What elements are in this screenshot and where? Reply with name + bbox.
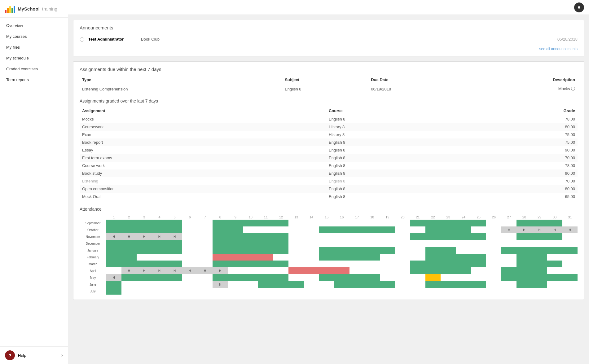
att-cell: [334, 288, 349, 295]
att-cell: [501, 261, 516, 267]
graded-grade: 80.00: [468, 123, 578, 131]
table-row: CourseworkHistory 880.00: [80, 123, 578, 131]
due-description-link[interactable]: Mocks ⓘ: [469, 84, 578, 94]
col-description: Description: [469, 76, 578, 84]
att-cell: [273, 267, 288, 274]
att-cell: [137, 240, 152, 247]
att-cell: [288, 247, 304, 254]
col-course: Course: [326, 107, 468, 115]
att-cell: [380, 233, 395, 240]
att-cell: [106, 226, 121, 233]
att-month-row: NovemberHHHHH: [80, 233, 578, 240]
att-cell: [258, 220, 273, 226]
graded-assignment-link[interactable]: Course work: [80, 162, 326, 169]
att-cell: [228, 267, 243, 274]
att-cell: [121, 281, 137, 288]
att-cell: [243, 254, 258, 261]
att-cell: [441, 240, 456, 247]
sidebar-item-my-files[interactable]: My files: [0, 42, 68, 53]
att-day-header: 22: [425, 215, 441, 220]
sidebar-item-my-courses[interactable]: My courses: [0, 31, 68, 42]
att-cell: [137, 254, 152, 261]
see-all-announcements-link[interactable]: see all announcements: [80, 44, 578, 51]
sidebar: MySchool training Overview My courses My…: [0, 0, 68, 364]
att-cell: [106, 240, 121, 247]
att-cell: [213, 240, 228, 247]
sidebar-item-graded-exercises[interactable]: Graded exercises: [0, 64, 68, 74]
att-cell: [243, 281, 258, 288]
att-cell: [410, 233, 425, 240]
att-cell: [349, 261, 365, 267]
sidebar-item-term-reports[interactable]: Term reports: [0, 74, 68, 85]
att-cell: [547, 274, 562, 281]
graded-assignment-link[interactable]: Mocks: [80, 115, 326, 123]
att-cell: [319, 261, 334, 267]
sidebar-item-my-schedule[interactable]: My schedule: [0, 53, 68, 64]
att-cell: [228, 261, 243, 267]
att-cell: [106, 281, 121, 288]
att-cell: [243, 233, 258, 240]
assignments-graded-title: Assignments graded over the last 7 days: [80, 99, 578, 103]
att-cell: [501, 220, 516, 226]
att-cell: H: [197, 267, 213, 274]
att-cell: [516, 274, 532, 281]
att-cell: [395, 247, 410, 254]
graded-assignment-link[interactable]: Book study: [80, 169, 326, 177]
graded-assignment-link[interactable]: Coursework: [80, 123, 326, 131]
graded-grade: 90.00: [468, 169, 578, 177]
att-cell: [547, 254, 562, 261]
table-row: Open compositionEnglish 880.00: [80, 185, 578, 193]
att-cell: [258, 240, 273, 247]
graded-assignment-link[interactable]: Essay: [80, 146, 326, 154]
att-cell: [137, 281, 152, 288]
att-cell: [471, 267, 486, 274]
att-cell: [471, 261, 486, 267]
user-avatar[interactable]: ●: [574, 2, 584, 12]
graded-assignment-link[interactable]: Mock Oral: [80, 193, 326, 200]
att-cell: [410, 254, 425, 261]
att-cell: [288, 274, 304, 281]
att-cell: [197, 233, 213, 240]
graded-assignment-link[interactable]: First term exams: [80, 154, 326, 162]
att-cell: [258, 261, 273, 267]
att-cell: [441, 261, 456, 267]
att-month-row: December: [80, 240, 578, 247]
graded-assignment-link[interactable]: Open composition: [80, 185, 326, 193]
att-cell: [304, 240, 319, 247]
graded-assignment-link[interactable]: Listening: [80, 177, 326, 185]
att-cell: H: [213, 267, 228, 274]
graded-assignment-link[interactable]: Book report: [80, 138, 326, 146]
att-cell: [304, 220, 319, 226]
help-section[interactable]: ? Help ›: [0, 346, 68, 364]
att-cell: [365, 261, 380, 267]
att-cell: [471, 220, 486, 226]
att-cell: [425, 226, 441, 233]
assignments-graded-table: Assignment Course Grade MocksEnglish 878…: [80, 107, 578, 200]
att-cell: [213, 288, 228, 295]
att-cell: [167, 261, 182, 267]
att-cell: [273, 274, 288, 281]
att-cell: [182, 274, 197, 281]
sidebar-item-overview[interactable]: Overview: [0, 20, 68, 31]
att-cell: [213, 233, 228, 240]
att-cell: [441, 254, 456, 261]
att-cell: [228, 233, 243, 240]
att-cell: [258, 281, 273, 288]
att-cell: [349, 220, 365, 226]
att-cell: [319, 288, 334, 295]
att-cell: [228, 274, 243, 281]
att-cell: [410, 240, 425, 247]
att-cell: [380, 226, 395, 233]
att-cell: [349, 254, 365, 261]
att-cell: [486, 233, 501, 240]
att-cell: [273, 261, 288, 267]
graded-assignment-link[interactable]: Exam: [80, 131, 326, 138]
att-month-row: February: [80, 254, 578, 261]
att-cell: [395, 288, 410, 295]
att-cell: H: [106, 233, 121, 240]
att-cell: [228, 220, 243, 226]
att-cell: [152, 226, 167, 233]
att-cell: [410, 288, 425, 295]
att-cell: [547, 220, 562, 226]
att-cell: [425, 261, 441, 267]
